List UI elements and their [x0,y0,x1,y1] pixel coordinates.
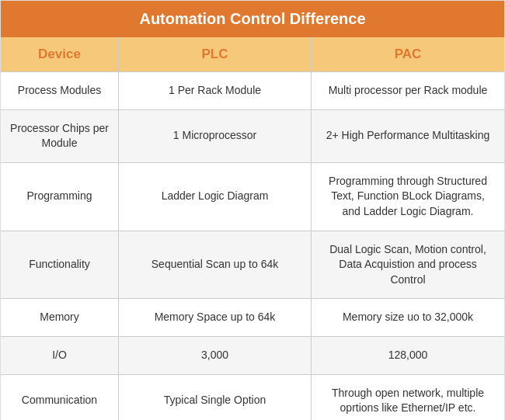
row-pac-value: Dual Logic Scan, Motion control, Data Ac… [312,231,504,299]
row-label: Process Modules [1,72,119,109]
row-label: Programming [1,163,119,231]
row-plc-value: Memory Space up to 64k [119,299,312,336]
row-pac-value: Memory size uo to 32,000k [312,299,504,336]
row-label: Communication [1,375,119,420]
table-row: CommunicationTypical Single OptionThroug… [1,374,504,420]
row-pac-value: Multi processor per Rack module [312,72,504,109]
title-text: Automation Control Difference [139,10,365,27]
row-pac-value: Programming through Structured Text, Fun… [312,163,504,231]
table-row: Processor Chips per Module1 Microprocess… [1,109,504,162]
table-row: I/O3,000128,000 [1,336,504,374]
table-row: ProgrammingLadder Logic DiagramProgrammi… [1,162,504,231]
row-pac-value: Through open network, multiple oprtions … [312,375,504,420]
row-plc-value: 1 Microprocessor [119,110,312,162]
row-label: Processor Chips per Module [1,110,119,162]
row-plc-value: Sequential Scan up to 64k [119,231,312,299]
table-row: Process Modules1 Per Rack ModuleMulti pr… [1,71,504,109]
header-plc: PLC [119,37,312,71]
table-body: Process Modules1 Per Rack ModuleMulti pr… [1,71,504,420]
row-plc-value: 3,000 [119,337,312,374]
table-row: FunctionalitySequential Scan up to 64kDu… [1,231,504,299]
row-plc-value: Typical Single Option [119,375,312,420]
table-row: MemoryMemory Space up to 64kMemory size … [1,298,504,336]
row-label: Memory [1,299,119,336]
row-label: I/O [1,337,119,374]
table-header: Device PLC PAC [1,37,504,71]
table-title: Automation Control Difference [1,1,504,37]
row-plc-value: Ladder Logic Diagram [119,163,312,231]
row-plc-value: 1 Per Rack Module [119,72,312,109]
row-pac-value: 2+ High Performance Multitasking [312,110,504,162]
header-pac: PAC [312,37,504,71]
main-container: Automation Control Difference Device PLC… [0,0,505,420]
header-device: Device [1,37,119,71]
row-pac-value: 128,000 [312,337,504,374]
row-label: Functionality [1,231,119,299]
